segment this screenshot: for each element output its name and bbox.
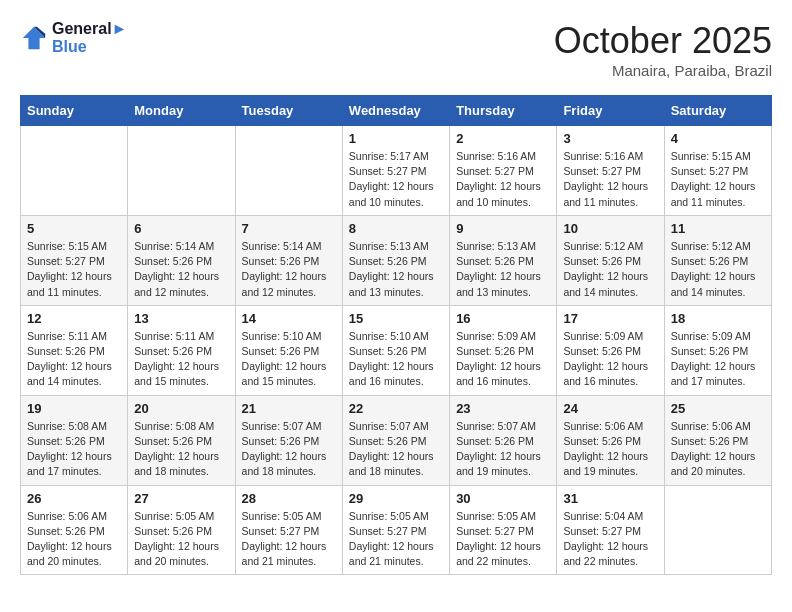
day-number: 31 <box>563 491 657 506</box>
day-info: and 17 minutes. <box>671 374 765 389</box>
day-info: Sunrise: 5:10 AM <box>349 329 443 344</box>
calendar-cell: 9Sunrise: 5:13 AMSunset: 5:26 PMDaylight… <box>450 215 557 305</box>
calendar-cell: 12Sunrise: 5:11 AMSunset: 5:26 PMDayligh… <box>21 305 128 395</box>
day-info: Sunrise: 5:04 AM <box>563 509 657 524</box>
day-info: Sunset: 5:26 PM <box>349 254 443 269</box>
day-info: and 10 minutes. <box>456 195 550 210</box>
calendar-week-1: 1Sunrise: 5:17 AMSunset: 5:27 PMDaylight… <box>21 126 772 216</box>
day-info: Sunset: 5:26 PM <box>456 344 550 359</box>
day-info: Sunrise: 5:10 AM <box>242 329 336 344</box>
day-info: Sunrise: 5:12 AM <box>563 239 657 254</box>
day-info: and 14 minutes. <box>563 285 657 300</box>
day-info: Sunrise: 5:13 AM <box>456 239 550 254</box>
day-info: Sunset: 5:26 PM <box>349 344 443 359</box>
day-info: Daylight: 12 hours <box>349 179 443 194</box>
day-number: 22 <box>349 401 443 416</box>
day-number: 18 <box>671 311 765 326</box>
day-info: Sunset: 5:27 PM <box>349 164 443 179</box>
day-number: 2 <box>456 131 550 146</box>
day-number: 7 <box>242 221 336 236</box>
day-info: and 16 minutes. <box>349 374 443 389</box>
day-info: and 16 minutes. <box>456 374 550 389</box>
calendar-cell: 13Sunrise: 5:11 AMSunset: 5:26 PMDayligh… <box>128 305 235 395</box>
calendar-cell: 7Sunrise: 5:14 AMSunset: 5:26 PMDaylight… <box>235 215 342 305</box>
calendar-cell: 19Sunrise: 5:08 AMSunset: 5:26 PMDayligh… <box>21 395 128 485</box>
calendar-cell: 11Sunrise: 5:12 AMSunset: 5:26 PMDayligh… <box>664 215 771 305</box>
day-info: Daylight: 12 hours <box>456 179 550 194</box>
day-info: Sunrise: 5:16 AM <box>456 149 550 164</box>
day-number: 24 <box>563 401 657 416</box>
day-info: Sunrise: 5:14 AM <box>242 239 336 254</box>
weekday-header-friday: Friday <box>557 96 664 126</box>
day-info: Sunset: 5:26 PM <box>242 434 336 449</box>
calendar-cell: 24Sunrise: 5:06 AMSunset: 5:26 PMDayligh… <box>557 395 664 485</box>
day-info: Sunset: 5:26 PM <box>27 434 121 449</box>
day-info: Sunrise: 5:11 AM <box>27 329 121 344</box>
day-number: 21 <box>242 401 336 416</box>
day-info: Sunrise: 5:06 AM <box>563 419 657 434</box>
day-info: Sunrise: 5:07 AM <box>349 419 443 434</box>
day-info: and 13 minutes. <box>349 285 443 300</box>
calendar-week-4: 19Sunrise: 5:08 AMSunset: 5:26 PMDayligh… <box>21 395 772 485</box>
calendar-cell: 21Sunrise: 5:07 AMSunset: 5:26 PMDayligh… <box>235 395 342 485</box>
weekday-header-tuesday: Tuesday <box>235 96 342 126</box>
day-info: and 12 minutes. <box>242 285 336 300</box>
day-info: Daylight: 12 hours <box>563 359 657 374</box>
weekday-header-wednesday: Wednesday <box>342 96 449 126</box>
day-number: 11 <box>671 221 765 236</box>
day-info: and 15 minutes. <box>242 374 336 389</box>
day-info: and 13 minutes. <box>456 285 550 300</box>
calendar-week-5: 26Sunrise: 5:06 AMSunset: 5:26 PMDayligh… <box>21 485 772 575</box>
day-number: 1 <box>349 131 443 146</box>
calendar-cell: 4Sunrise: 5:15 AMSunset: 5:27 PMDaylight… <box>664 126 771 216</box>
day-info: Daylight: 12 hours <box>134 359 228 374</box>
day-info: Sunrise: 5:09 AM <box>456 329 550 344</box>
day-info: Daylight: 12 hours <box>563 539 657 554</box>
day-info: Sunset: 5:26 PM <box>671 434 765 449</box>
day-info: and 20 minutes. <box>27 554 121 569</box>
day-number: 27 <box>134 491 228 506</box>
logo: General► Blue <box>20 20 127 56</box>
day-info: Sunrise: 5:08 AM <box>134 419 228 434</box>
day-info: Sunrise: 5:17 AM <box>349 149 443 164</box>
calendar-cell: 25Sunrise: 5:06 AMSunset: 5:26 PMDayligh… <box>664 395 771 485</box>
month-title: October 2025 <box>554 20 772 62</box>
day-info: and 21 minutes. <box>242 554 336 569</box>
calendar-cell <box>21 126 128 216</box>
calendar-cell: 26Sunrise: 5:06 AMSunset: 5:26 PMDayligh… <box>21 485 128 575</box>
calendar-cell: 23Sunrise: 5:07 AMSunset: 5:26 PMDayligh… <box>450 395 557 485</box>
day-info: Daylight: 12 hours <box>27 539 121 554</box>
calendar-cell: 27Sunrise: 5:05 AMSunset: 5:26 PMDayligh… <box>128 485 235 575</box>
day-info: Sunset: 5:27 PM <box>563 164 657 179</box>
day-number: 20 <box>134 401 228 416</box>
calendar-cell: 20Sunrise: 5:08 AMSunset: 5:26 PMDayligh… <box>128 395 235 485</box>
day-info: and 10 minutes. <box>349 195 443 210</box>
day-number: 13 <box>134 311 228 326</box>
day-info: Daylight: 12 hours <box>456 359 550 374</box>
day-info: Sunrise: 5:07 AM <box>242 419 336 434</box>
day-number: 19 <box>27 401 121 416</box>
day-info: Sunrise: 5:14 AM <box>134 239 228 254</box>
calendar-cell: 2Sunrise: 5:16 AMSunset: 5:27 PMDaylight… <box>450 126 557 216</box>
day-info: Sunrise: 5:15 AM <box>27 239 121 254</box>
day-info: Sunrise: 5:05 AM <box>134 509 228 524</box>
day-info: Sunset: 5:26 PM <box>456 254 550 269</box>
day-info: Sunset: 5:27 PM <box>242 524 336 539</box>
day-info: Sunrise: 5:11 AM <box>134 329 228 344</box>
day-info: Sunrise: 5:09 AM <box>563 329 657 344</box>
day-info: Daylight: 12 hours <box>671 449 765 464</box>
day-info: and 14 minutes. <box>671 285 765 300</box>
weekday-header-monday: Monday <box>128 96 235 126</box>
calendar-table: SundayMondayTuesdayWednesdayThursdayFrid… <box>20 95 772 575</box>
title-block: October 2025 Manaira, Paraiba, Brazil <box>554 20 772 79</box>
day-number: 5 <box>27 221 121 236</box>
calendar-cell: 22Sunrise: 5:07 AMSunset: 5:26 PMDayligh… <box>342 395 449 485</box>
day-info: Sunrise: 5:12 AM <box>671 239 765 254</box>
day-info: Daylight: 12 hours <box>242 449 336 464</box>
logo-text: General► Blue <box>52 20 127 56</box>
day-info: Sunset: 5:26 PM <box>563 434 657 449</box>
day-info: Sunrise: 5:06 AM <box>27 509 121 524</box>
day-info: Sunset: 5:26 PM <box>27 344 121 359</box>
day-info: Daylight: 12 hours <box>456 449 550 464</box>
day-info: Daylight: 12 hours <box>242 539 336 554</box>
